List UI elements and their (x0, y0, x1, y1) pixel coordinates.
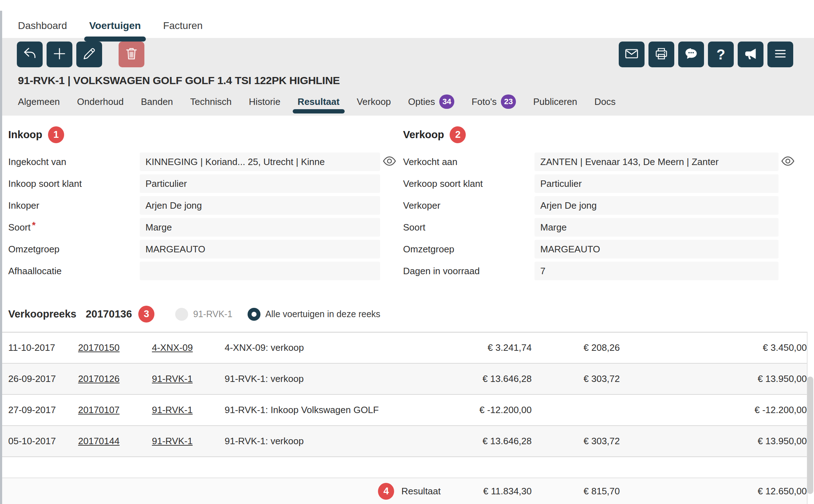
field-label: Verkoop soort klant (403, 178, 535, 189)
toolbar: ? (17, 42, 797, 67)
subtab-verkoop[interactable]: Verkoop (357, 96, 391, 107)
amount-net: € 13.646,28 (446, 436, 532, 447)
announce-button[interactable] (738, 42, 763, 67)
table-row: 05-10-2017 20170144 91-RVK-1 91-RVK-1: v… (0, 426, 807, 457)
eye-icon (382, 154, 397, 170)
plate-link[interactable]: 91-RVK-1 (152, 373, 193, 384)
radio-single-vehicle[interactable] (175, 308, 188, 321)
verkocht-aan-value[interactable]: ZANTEN | Evenaar 143, De Meern | Zanter (535, 152, 779, 171)
subtab-opties[interactable]: Opties 34 (408, 94, 454, 109)
subtab-resultaat[interactable]: Resultaat (298, 96, 340, 107)
edit-pencil-icon (81, 45, 97, 63)
add-icon (51, 45, 68, 63)
row-date: 26-09-2017 (8, 373, 78, 384)
subtab-algemeen[interactable]: Algemeen (18, 96, 60, 107)
row-description: 91-RVK-1: Inkoop Volkswagen GOLF (225, 404, 446, 416)
verkoopreeks-step-badge: 3 (138, 306, 154, 323)
subtab-fotos[interactable]: Foto's 23 (471, 94, 516, 109)
inkoop-step-badge: 1 (48, 126, 64, 143)
ingekocht-van-value[interactable]: KINNEGING | Koriand... 25, Utrecht | Kin… (140, 152, 380, 171)
left-edge-strip (0, 11, 2, 504)
subtab-docs[interactable]: Docs (594, 96, 616, 107)
verkoopreeks-table: 11-10-2017 20170150 4-XNX-09 4-XNX-09: v… (0, 332, 808, 504)
amount-net: € 13.646,28 (446, 373, 532, 384)
menu-button[interactable] (767, 42, 793, 67)
view-supplier-button[interactable] (380, 154, 399, 170)
verkoop-soort-value[interactable]: Marge (535, 218, 779, 237)
verkoopreeks-number: 20170136 (86, 308, 132, 320)
table-row: 11-10-2017 20170150 4-XNX-09 4-XNX-09: v… (0, 333, 807, 364)
row-date: 11-10-2017 (8, 342, 78, 353)
amount-vat: € 303,72 (532, 436, 620, 447)
field-label: Dagen in voorraad (403, 266, 535, 277)
result-step-badge: 4 (378, 483, 394, 500)
email-button[interactable] (619, 42, 645, 67)
help-button[interactable]: ? (708, 42, 734, 67)
verkoper-value[interactable]: Arjen De jong (535, 196, 779, 215)
delete-button[interactable] (119, 42, 144, 67)
radio-all-vehicles[interactable] (248, 308, 260, 321)
field-afhaallocatie: Afhaallocatie (8, 262, 399, 280)
plate-link[interactable]: 91-RVK-1 (152, 436, 193, 447)
app-window: Dashboard Voertuigen Facturen (0, 0, 814, 504)
invoice-link[interactable]: 20170107 (78, 404, 120, 416)
row-description: 4-XNX-09: verkoop (225, 342, 446, 353)
vertical-scrollbar-thumb[interactable] (807, 377, 813, 494)
row-description: 91-RVK-1: verkoop (225, 373, 446, 384)
eye-icon (780, 154, 795, 170)
amount-total: € 13.950,00 (620, 436, 807, 447)
chat-icon (683, 45, 699, 63)
field-label: Verkocht aan (403, 156, 535, 168)
subtab-historie[interactable]: Historie (249, 96, 280, 107)
inkoop-omzetgroep-value[interactable]: MARGEAUTO (140, 240, 380, 258)
result-amount-vat: € 815,70 (532, 486, 620, 497)
subtab-fotos-label: Foto's (471, 96, 497, 107)
tab-facturen[interactable]: Facturen (163, 20, 203, 32)
invoice-link[interactable]: 20170150 (78, 342, 120, 353)
row-date: 27-09-2017 (8, 404, 78, 416)
main-tab-bar: Dashboard Voertuigen Facturen (0, 0, 814, 38)
radio-all-vehicles-label[interactable]: Alle voertuigen in deze reeks (265, 309, 380, 319)
field-label: Omzetgroep (403, 244, 535, 255)
subtab-technisch[interactable]: Technisch (190, 96, 232, 107)
tab-dashboard[interactable]: Dashboard (18, 20, 67, 32)
amount-vat: € 208,26 (532, 342, 620, 353)
result-label: Resultaat (401, 486, 441, 497)
subtab-opties-label: Opties (408, 96, 435, 107)
plate-link[interactable]: 91-RVK-1 (152, 404, 193, 416)
field-label: Verkoper (403, 200, 535, 211)
invoice-link[interactable]: 20170126 (78, 373, 120, 384)
opties-count-badge: 34 (439, 94, 454, 109)
dagen-in-voorraad-value[interactable]: 7 (535, 262, 779, 280)
edit-button[interactable] (76, 42, 102, 67)
afhaallocatie-value[interactable] (140, 262, 380, 280)
back-button[interactable] (17, 42, 43, 67)
field-inkoop-soort: Soort* Marge (8, 218, 399, 237)
verkoop-soort-klant-value[interactable]: Particulier (535, 174, 779, 193)
amount-net: € 3.241,74 (446, 342, 532, 353)
add-button[interactable] (47, 42, 72, 67)
print-button[interactable] (648, 42, 674, 67)
menu-icon (772, 45, 789, 63)
inkoop-soort-klant-value[interactable]: Particulier (140, 174, 380, 193)
invoice-link[interactable]: 20170144 (78, 436, 120, 447)
field-label: Inkoop soort klant (8, 178, 140, 189)
field-label: Ingekocht van (8, 156, 140, 168)
verkoop-section: Verkoop 2 Verkocht aan ZANTEN | Evenaar … (403, 125, 797, 284)
series-filter-radios: 91-RVK-1 Alle voertuigen in deze reeks (175, 308, 380, 321)
subtab-publiceren[interactable]: Publiceren (533, 96, 577, 107)
inkoper-value[interactable]: Arjen De jong (140, 196, 380, 215)
table-row: 26-09-2017 20170126 91-RVK-1 91-RVK-1: v… (0, 364, 807, 395)
verkoop-omzetgroep-value[interactable]: MARGEAUTO (535, 240, 779, 258)
subtab-onderhoud[interactable]: Onderhoud (77, 96, 124, 107)
tab-voertuigen[interactable]: Voertuigen (89, 20, 141, 32)
back-icon (21, 45, 38, 63)
radio-single-vehicle-label[interactable]: 91-RVK-1 (193, 309, 232, 319)
envelope-icon (623, 45, 640, 63)
chat-button[interactable] (678, 42, 704, 67)
verkoop-title: Verkoop (403, 129, 444, 141)
inkoop-soort-value[interactable]: Marge (140, 218, 380, 237)
plate-link[interactable]: 4-XNX-09 (152, 342, 193, 353)
subtab-banden[interactable]: Banden (141, 96, 173, 107)
view-customer-button[interactable] (779, 154, 797, 170)
